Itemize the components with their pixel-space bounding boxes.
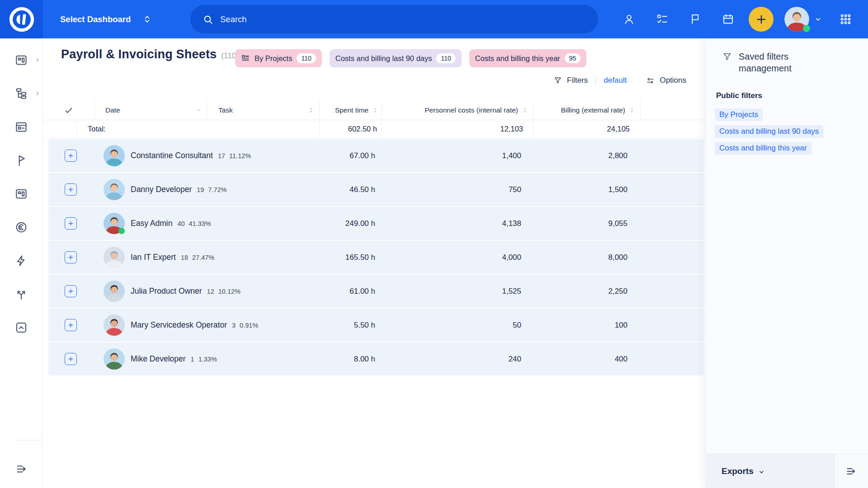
options-button[interactable]: Options: [660, 76, 686, 85]
sidebar-item-boards[interactable]: [0, 177, 42, 211]
table-row: Danny Developer197.72%46.50 h7501,500: [48, 173, 703, 206]
funnel-icon: [722, 52, 732, 62]
sidebar-item-dashboards[interactable]: [0, 43, 42, 77]
sidebar-icon-list: [0, 38, 42, 344]
default-filter-link[interactable]: default: [604, 76, 627, 85]
billing-value: 1,500: [531, 185, 638, 194]
sidebar-item-quick-actions[interactable]: [0, 244, 42, 277]
avatar[interactable]: [104, 247, 125, 268]
billing-value: 100: [531, 321, 638, 330]
plus-icon: [67, 220, 74, 227]
expand-sidebar-button[interactable]: [0, 462, 43, 476]
column-label: Billing (external rate): [561, 106, 625, 114]
sidebar-item-modules[interactable]: [0, 110, 42, 144]
sort-arrows-icon[interactable]: [307, 107, 315, 114]
dashboard-selector-label: Select Dashboard: [60, 14, 131, 24]
collapse-panel-button[interactable]: [834, 454, 868, 488]
billing-value: 9,055: [531, 219, 638, 228]
person-name[interactable]: Danny Developer: [131, 185, 192, 194]
avatar[interactable]: [104, 213, 125, 234]
expand-row-button[interactable]: [65, 285, 77, 297]
filter-chip[interactable]: Costs and billing last 90 days110: [330, 49, 462, 67]
table-row: Easy Admin4041.33%249.00 h4,1389,055: [48, 207, 703, 240]
expand-row-button[interactable]: [65, 150, 77, 162]
public-filters-heading: Public filters: [716, 91, 868, 100]
chevron-right-icon[interactable]: [34, 57, 41, 63]
avatar-image: [104, 314, 125, 336]
expand-row-button[interactable]: [65, 251, 77, 263]
board-list-icon: [241, 54, 250, 63]
person-name[interactable]: Ian IT Expert: [131, 253, 176, 262]
saved-filter-link[interactable]: Costs and billing last 90 days: [715, 125, 823, 138]
avatar[interactable]: [104, 281, 125, 302]
app-logo[interactable]: [0, 0, 43, 38]
person-name[interactable]: Constantine Consultant: [131, 151, 213, 160]
exports-button[interactable]: Exports: [705, 454, 834, 488]
personnel-cost-value: 750: [380, 185, 531, 194]
entry-count: 1: [191, 356, 194, 363]
calendar-icon[interactable]: [722, 13, 734, 25]
column-label: Date: [105, 106, 120, 114]
saved-filter-link[interactable]: Costs and billing this year: [715, 142, 811, 155]
expand-row-button[interactable]: [65, 353, 77, 365]
search-icon: [203, 14, 213, 25]
filter-chip[interactable]: Costs and billing this year95: [469, 49, 587, 67]
avatar[interactable]: [104, 145, 125, 166]
sort-caret-icon[interactable]: [195, 107, 202, 113]
person-name[interactable]: Julia Product Owner: [131, 286, 202, 296]
column-header-spent[interactable]: Spent time: [320, 100, 382, 120]
user-icon[interactable]: [623, 13, 635, 25]
left-sidebar: [0, 38, 43, 488]
sidebar-item-sprint-flag[interactable]: [0, 144, 42, 177]
plus-icon: [67, 322, 74, 328]
avatar-menu-chevron-icon[interactable]: [814, 15, 822, 23]
create-new-button[interactable]: [749, 7, 774, 32]
billing-value: 2,800: [531, 151, 638, 160]
public-filter-links: By ProjectsCosts and billing last 90 day…: [715, 108, 868, 155]
row-select-cell: [48, 353, 93, 365]
sidebar-item-finance-euro[interactable]: [0, 211, 42, 244]
sort-arrows-icon[interactable]: [521, 107, 528, 114]
quick-actions-icon: [14, 254, 28, 267]
chevron-right-icon[interactable]: [34, 90, 41, 97]
flag-icon[interactable]: [689, 13, 701, 25]
personnel-cost-value: 1,400: [380, 151, 531, 160]
apps-grid-icon[interactable]: [839, 13, 852, 26]
avatar[interactable]: [104, 348, 125, 370]
person-name[interactable]: Mary Servicedesk Operator: [131, 320, 227, 330]
expand-row-button[interactable]: [65, 183, 77, 196]
tasks-checklist-icon[interactable]: [656, 13, 668, 25]
search-input[interactable]: [220, 14, 598, 24]
expand-row-button[interactable]: [65, 319, 77, 331]
online-status-dot: [118, 228, 125, 234]
global-search[interactable]: [190, 5, 598, 33]
column-header-task[interactable]: Task: [207, 100, 320, 120]
spent-time-value: 165.50 h: [317, 253, 380, 262]
avatar[interactable]: [104, 179, 125, 200]
user-avatar[interactable]: [784, 7, 809, 32]
dashboard-selector[interactable]: Select Dashboard: [60, 0, 152, 38]
sidebar-item-project-tree[interactable]: [0, 77, 42, 110]
check-icon[interactable]: [64, 105, 74, 115]
sort-arrows-icon[interactable]: [628, 107, 636, 114]
expand-row-button[interactable]: [65, 217, 77, 230]
table-row: Mary Servicedesk Operator30.91%5.50 h501…: [48, 309, 703, 342]
spent-time-value: 67.00 h: [317, 151, 380, 160]
avatar[interactable]: [104, 314, 125, 336]
column-header-select[interactable]: [43, 100, 95, 120]
person-name[interactable]: Mike Developer: [131, 354, 186, 364]
select-chevrons-icon: [142, 14, 152, 24]
filters-button[interactable]: Filters: [567, 76, 588, 85]
personnel-cost-value: 4,000: [380, 253, 531, 262]
column-header-cost[interactable]: Personnel costs (internal rate): [382, 100, 533, 120]
toolbar-divider: [595, 76, 596, 85]
column-header-billing[interactable]: Billing (external rate): [533, 100, 641, 120]
filter-chip[interactable]: By Projects110: [235, 49, 322, 67]
saved-filter-link[interactable]: By Projects: [715, 108, 763, 121]
person-name[interactable]: Easy Admin: [131, 219, 172, 228]
sidebar-item-workflow[interactable]: [0, 277, 42, 311]
sort-arrows-icon[interactable]: [372, 107, 379, 114]
sort-both-icon: [307, 107, 315, 114]
column-header-date[interactable]: Date: [95, 100, 207, 120]
sidebar-item-archive[interactable]: [0, 311, 42, 344]
